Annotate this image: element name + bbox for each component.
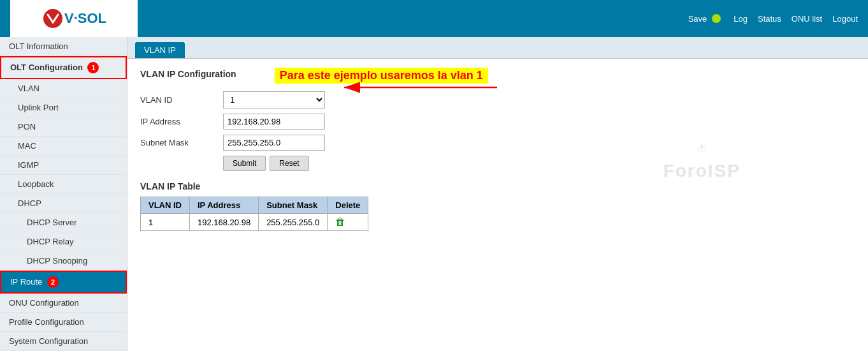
- row-delete-cell: 🗑: [328, 214, 368, 231]
- submit-button[interactable]: Submit: [223, 156, 266, 171]
- sidebar-item-profile-config[interactable]: Profile Configuration: [0, 313, 127, 332]
- onu-list-link[interactable]: ONU list: [792, 14, 822, 24]
- svg-point-0: [43, 8, 63, 29]
- vlan-id-select[interactable]: 1: [223, 91, 325, 108]
- table-header-ip-address: IP Address: [190, 197, 259, 214]
- sidebar-item-olt-config[interactable]: OLT Configuration 1: [0, 56, 127, 79]
- sidebar-item-vlan[interactable]: VLAN: [0, 79, 127, 98]
- status-dot: [712, 14, 721, 23]
- main-content: VLAN IP VLAN IP Configuration Para este …: [127, 37, 868, 351]
- form-buttons: Submit Reset: [223, 156, 855, 171]
- subnet-mask-row: Subnet Mask: [140, 135, 855, 151]
- table-title: VLAN IP Table: [140, 181, 855, 191]
- header-nav: Log Status ONU list Logout: [734, 14, 858, 24]
- reset-button[interactable]: Reset: [270, 156, 308, 171]
- sidebar-item-uplink-port[interactable]: Uplink Port: [0, 98, 127, 117]
- logo-area: V·SOL: [10, 0, 138, 37]
- layout: OLT Information OLT Configuration 1 VLAN…: [0, 37, 868, 351]
- sidebar-item-dhcp-relay[interactable]: DHCP Relay: [0, 232, 127, 251]
- save-label[interactable]: Save: [688, 14, 707, 24]
- sidebar-item-pon[interactable]: PON: [0, 117, 127, 137]
- content-area: VLAN IP Configuration Para este ejemplo …: [127, 59, 868, 240]
- subnet-mask-input[interactable]: [223, 135, 325, 151]
- vlan-ip-table: VLAN ID IP Address Subnet Mask Delete 1 …: [140, 197, 368, 231]
- vlan-id-label: VLAN ID: [140, 95, 217, 105]
- delete-row-button[interactable]: 🗑: [335, 216, 345, 228]
- log-link[interactable]: Log: [734, 14, 748, 24]
- sidebar-item-system-config[interactable]: System Configuration: [0, 332, 127, 351]
- sidebar-item-igmp[interactable]: IGMP: [0, 156, 127, 175]
- ip-route-badge: 2: [47, 276, 59, 288]
- sidebar-item-ip-route[interactable]: IP Route 2: [0, 271, 127, 294]
- ip-address-input[interactable]: [223, 114, 325, 130]
- sidebar: OLT Information OLT Configuration 1 VLAN…: [0, 37, 127, 351]
- annotation-text: Para este ejemplo usaremos la vlan 1: [275, 68, 488, 84]
- table-header-subnet-mask: Subnet Mask: [259, 197, 328, 214]
- sidebar-item-onu-config[interactable]: ONU Configuration: [0, 294, 127, 313]
- row-vlan-id: 1: [141, 214, 190, 231]
- row-ip-address: 192.168.20.98: [190, 214, 259, 231]
- vlan-id-row: VLAN ID 1: [140, 91, 855, 108]
- logout-link[interactable]: Logout: [832, 14, 858, 24]
- sidebar-item-dhcp-server[interactable]: DHCP Server: [0, 213, 127, 232]
- header-save-area: Save: [688, 14, 721, 24]
- sidebar-item-dhcp[interactable]: DHCP: [0, 194, 127, 213]
- vsol-logo-icon: [41, 7, 64, 30]
- sidebar-item-mac[interactable]: MAC: [0, 137, 127, 156]
- row-subnet-mask: 255.255.255.0: [259, 214, 328, 231]
- sidebar-item-loopback[interactable]: Loopback: [0, 175, 127, 194]
- header: V·SOL Save Log Status ONU list Logout: [0, 0, 868, 37]
- sidebar-item-dhcp-snooping[interactable]: DHCP Snooping: [0, 251, 127, 271]
- table-header-vlan-id: VLAN ID: [141, 197, 190, 214]
- subnet-mask-label: Subnet Mask: [140, 138, 217, 147]
- tab-vlan-ip[interactable]: VLAN IP: [135, 42, 185, 58]
- ip-address-row: IP Address: [140, 114, 855, 130]
- header-right: Save Log Status ONU list Logout: [688, 14, 858, 24]
- section-title: VLAN IP Configuration: [140, 69, 236, 79]
- sidebar-item-olt-info[interactable]: OLT Information: [0, 37, 127, 56]
- logo-text: V·SOL: [64, 10, 106, 27]
- status-link[interactable]: Status: [758, 14, 781, 24]
- ip-address-label: IP Address: [140, 117, 217, 126]
- olt-config-badge: 1: [87, 62, 99, 73]
- table-row: 1 192.168.20.98 255.255.255.0 🗑: [141, 214, 368, 231]
- table-header-delete: Delete: [328, 197, 368, 214]
- tab-bar: VLAN IP: [127, 37, 868, 59]
